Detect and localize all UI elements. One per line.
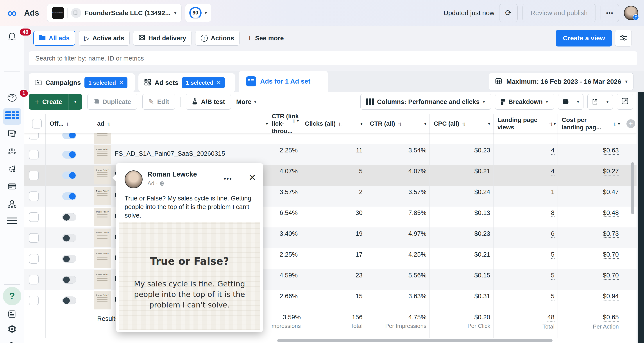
landing-page-views-link[interactable]: 1 bbox=[551, 188, 554, 196]
create-a-view-button[interactable]: Create a view bbox=[556, 30, 612, 46]
reports-dropdown[interactable]: ▾ bbox=[573, 94, 583, 110]
breakdown-button[interactable]: Breakdown ▾ bbox=[495, 94, 554, 110]
close-popup-button[interactable]: ✕ bbox=[248, 173, 256, 182]
review-and-publish-button[interactable]: Review and publish bbox=[522, 4, 596, 22]
ad-status-toggle[interactable] bbox=[62, 192, 76, 200]
column-header-ctr-all[interactable]: CTR (all)↑↓ ▾ bbox=[366, 114, 430, 133]
chevron-down-icon[interactable]: ▾ bbox=[297, 117, 299, 124]
row-checkbox[interactable] bbox=[29, 170, 38, 180]
landing-page-views-link[interactable]: 5 bbox=[551, 292, 554, 300]
ad-status-toggle[interactable] bbox=[62, 133, 76, 139]
sidebar-item-updates[interactable] bbox=[0, 309, 24, 320]
cost-per-landing-page-view-link[interactable]: $0.47 bbox=[603, 188, 619, 196]
table-row[interactable]: True or False? bbox=[24, 133, 636, 144]
total-landing-page-views-link[interactable]: 48 bbox=[548, 314, 554, 322]
landing-page-views-link[interactable]: 5 bbox=[551, 272, 554, 280]
account-selector[interactable]: FounderScale FounderScale LLC (13492... … bbox=[47, 4, 182, 22]
export-dropdown[interactable]: ▾ bbox=[602, 94, 613, 110]
row-checkbox[interactable] bbox=[29, 296, 38, 305]
ad-sets-selected-badge[interactable]: 1 selected✕ bbox=[182, 77, 225, 88]
ad-thumbnail[interactable]: True or False? bbox=[94, 187, 111, 205]
account-score-selector[interactable]: 90 ▾ bbox=[185, 4, 211, 22]
table-row[interactable]: True or False? FS_AD_S1A_Pain07_SaaS_202… bbox=[24, 144, 636, 165]
cost-per-landing-page-view-link[interactable]: $0.70 bbox=[603, 272, 619, 280]
table-row[interactable]: True or False? F 2.66% 15 3.63% $0.31 5 … bbox=[24, 290, 636, 311]
landing-page-views-link[interactable]: 8 bbox=[551, 209, 554, 217]
reports-button[interactable]: ▾ bbox=[558, 94, 584, 110]
cost-per-landing-page-view-link[interactable]: $0.48 bbox=[603, 209, 619, 217]
table-row[interactable]: True or False? F 6.54% 30 7.85% $0.13 8 … bbox=[24, 206, 636, 228]
ad-name[interactable]: FS_AD_S1A_Pain07_SaaS_20260315 bbox=[115, 150, 225, 157]
tab-ads-active[interactable]: Ads for 1 Ad set bbox=[239, 70, 328, 92]
sidebar-item-billing[interactable] bbox=[0, 181, 24, 192]
column-header-ad[interactable]: ad↑↓ ▾ bbox=[93, 114, 271, 133]
edit-button[interactable]: ✎ Edit bbox=[142, 94, 175, 110]
ad-thumbnail[interactable]: True or False? bbox=[94, 145, 111, 164]
date-range-selector[interactable]: Maximum: 16 Feb 2023 - 16 Mar 2026 ▾ bbox=[489, 73, 634, 90]
column-header-cost-per-landing-page-view[interactable]: Cost per landing pag... ↑↓▾ bbox=[558, 114, 622, 133]
row-checkbox[interactable] bbox=[29, 133, 38, 140]
chevron-down-icon[interactable]: ▾ bbox=[488, 121, 490, 126]
table-row[interactable]: True or False? F 3.40% 19 4.97% $0.23 6 … bbox=[24, 228, 636, 248]
post-options-button[interactable]: ••• bbox=[224, 175, 232, 182]
ad-status-toggle[interactable] bbox=[62, 234, 76, 242]
ad-status-toggle[interactable] bbox=[62, 276, 76, 284]
export-button[interactable]: ▾ bbox=[588, 94, 613, 110]
advertiser-name[interactable]: Roman Lewcke bbox=[148, 170, 224, 178]
ab-test-button[interactable]: A/B test bbox=[186, 94, 231, 110]
vertical-scrollbar[interactable] bbox=[631, 162, 634, 214]
ad-status-toggle[interactable] bbox=[62, 172, 76, 180]
table-row[interactable]: True or False? F 3.57% 2 3.57% $0.24 1 $… bbox=[24, 186, 636, 206]
sidebar-item-ads-reporting[interactable] bbox=[0, 128, 24, 140]
column-header-ctr-link[interactable]: CTR (link lick-throu... ↑↓▾ bbox=[271, 114, 301, 133]
refresh-button[interactable]: ⟳ bbox=[499, 4, 518, 22]
ad-thumbnail[interactable]: True or False? bbox=[94, 208, 111, 226]
ad-status-toggle[interactable] bbox=[62, 255, 76, 263]
row-checkbox[interactable] bbox=[29, 192, 38, 201]
chevron-down-icon[interactable]: ▾ bbox=[618, 120, 620, 128]
close-icon[interactable]: ✕ bbox=[216, 80, 221, 86]
total-cost-per-lpv-link[interactable]: $0.65 bbox=[603, 314, 619, 322]
chevron-down-icon[interactable]: ▾ bbox=[360, 121, 362, 126]
filter-chip-all-ads[interactable]: All ads bbox=[33, 31, 75, 46]
row-checkbox[interactable] bbox=[29, 254, 38, 264]
ad-thumbnail[interactable]: True or False? bbox=[94, 291, 111, 310]
row-checkbox[interactable] bbox=[29, 275, 38, 284]
create-dropdown[interactable]: ▾ bbox=[68, 94, 82, 110]
ad-thumbnail[interactable]: True or False? bbox=[94, 133, 111, 144]
row-checkbox[interactable] bbox=[29, 150, 38, 160]
cost-per-landing-page-view-link[interactable]: $0.94 bbox=[603, 292, 619, 300]
add-column-button[interactable]: + bbox=[626, 119, 635, 128]
cost-per-landing-page-view-link[interactable]: $0.27 bbox=[603, 168, 619, 176]
column-header-clicks[interactable]: Clicks (all)↑↓ ▾ bbox=[301, 114, 366, 133]
meta-logo-icon[interactable]: ∞ bbox=[0, 6, 24, 20]
more-button[interactable]: More▾ bbox=[236, 98, 256, 106]
sidebar-item-account-overview[interactable]: 1 bbox=[0, 92, 24, 104]
row-checkbox[interactable] bbox=[29, 233, 38, 243]
campaigns-selected-badge[interactable]: 1 selected✕ bbox=[84, 77, 128, 88]
tab-ad-sets[interactable]: Ad sets 1 selected✕ bbox=[138, 73, 235, 92]
landing-page-views-link[interactable]: 6 bbox=[551, 230, 554, 238]
column-header-cpc-all[interactable]: CPC (all)↑↓ ▾ bbox=[430, 114, 494, 133]
sidebar-item-events-manager[interactable] bbox=[0, 199, 24, 210]
view-charts-button[interactable] bbox=[617, 94, 633, 110]
create-button[interactable]: +Create ▾ bbox=[29, 94, 82, 110]
ad-thumbnail[interactable]: True or False? bbox=[94, 249, 111, 268]
duplicate-button[interactable]: Duplicate bbox=[87, 94, 137, 110]
cost-per-landing-page-view-link[interactable]: $0.73 bbox=[603, 230, 619, 238]
sidebar-item-settings[interactable]: ⚙ bbox=[0, 324, 24, 335]
columns-button[interactable]: Columns: Performance and clicks ▾ bbox=[360, 94, 491, 110]
ad-status-toggle[interactable] bbox=[62, 296, 76, 304]
view-settings-button[interactable] bbox=[615, 30, 632, 46]
ad-thumbnail[interactable]: True or False? bbox=[94, 228, 111, 247]
see-more-button[interactable]: + See more bbox=[248, 34, 284, 43]
chevron-down-icon[interactable]: ▾ bbox=[554, 120, 556, 128]
ad-status-toggle[interactable] bbox=[62, 213, 76, 221]
avatar[interactable]: f bbox=[624, 6, 638, 20]
sidebar-item-audiences[interactable] bbox=[0, 146, 24, 158]
filter-chip-had-delivery[interactable]: Had delivery bbox=[133, 31, 192, 46]
cost-per-landing-page-view-link[interactable]: $0.70 bbox=[603, 251, 619, 259]
chevron-down-icon[interactable]: ▾ bbox=[266, 121, 268, 126]
filter-chip-actions[interactable]: ↑ Actions bbox=[195, 31, 240, 46]
row-checkbox[interactable] bbox=[29, 212, 38, 222]
